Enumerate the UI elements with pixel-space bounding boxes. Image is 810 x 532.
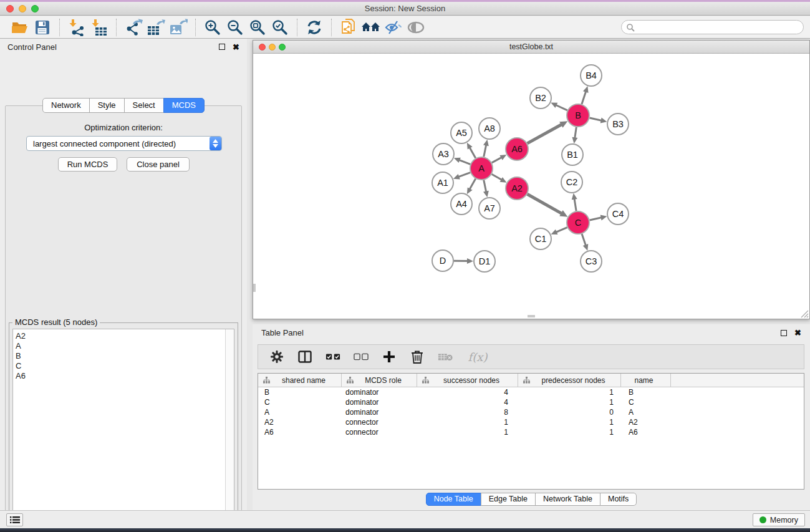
show-column-panel-icon[interactable] xyxy=(297,349,312,365)
graph-edge-A-A3[interactable] xyxy=(458,160,470,164)
window-resize-grip[interactable] xyxy=(801,310,809,318)
close-panel-icon[interactable]: ✖ xyxy=(233,42,239,52)
graph-edge-A-A7[interactable] xyxy=(484,180,486,193)
delete-column-trash-icon[interactable] xyxy=(410,349,425,365)
tab-network-table[interactable]: Network Table xyxy=(535,493,600,506)
table-cell[interactable]: 1 xyxy=(518,427,621,437)
float-panel-icon[interactable] xyxy=(219,44,225,50)
export-table-icon[interactable] xyxy=(145,18,167,37)
graph-node-A-dominator[interactable]: A xyxy=(470,157,493,180)
graph-edge-A-A1[interactable] xyxy=(458,173,470,177)
graph-node-A3-plain[interactable]: A3 xyxy=(433,143,454,165)
graph-edge-B-B1[interactable] xyxy=(575,127,577,138)
show-all-networks-icon[interactable] xyxy=(360,18,382,37)
table-cell[interactable]: B xyxy=(621,387,671,397)
mcds-result-item[interactable]: B xyxy=(16,351,225,361)
graph-node-B1-plain[interactable]: B1 xyxy=(562,144,583,165)
graph-node-A5-plain[interactable]: A5 xyxy=(451,122,472,143)
tab-edge-table[interactable]: Edge Table xyxy=(481,493,536,506)
table-cell[interactable]: dominator xyxy=(342,407,417,417)
zoom-in-icon[interactable] xyxy=(201,18,224,37)
show-panels-list-button[interactable] xyxy=(6,513,23,526)
table-row[interactable]: Adominator80A xyxy=(258,407,804,417)
mcds-result-item[interactable]: A xyxy=(16,341,225,351)
select-all-columns-icon[interactable] xyxy=(325,349,340,365)
graph-node-C3-plain[interactable]: C3 xyxy=(581,251,602,272)
open-session-icon[interactable] xyxy=(9,18,31,37)
table-cell[interactable]: 1 xyxy=(417,427,518,437)
close-table-panel-icon[interactable]: ✖ xyxy=(794,328,801,337)
graph-edge-B-B4[interactable] xyxy=(582,91,586,104)
search-field[interactable] xyxy=(621,20,804,34)
memory-button[interactable]: Memory xyxy=(753,513,805,526)
network-canvas[interactable]: ABCA2A6A1A3A4A5A7A8B1B2B3B4C1C2C3C4DD1 xyxy=(253,54,809,319)
table-cell[interactable]: 1 xyxy=(518,397,621,407)
graph-node-C-dominator[interactable]: C xyxy=(567,211,589,234)
graph-node-B2-plain[interactable]: B2 xyxy=(530,87,551,109)
graph-edge-A6-B[interactable] xyxy=(528,124,562,143)
table-cell[interactable]: 4 xyxy=(417,387,518,397)
table-cell[interactable]: 0 xyxy=(518,407,621,417)
tab-node-table[interactable]: Node Table xyxy=(426,493,481,506)
apply-layout-icon[interactable] xyxy=(303,18,325,37)
canvas-hscroll-thumb[interactable] xyxy=(528,315,535,317)
table-cell[interactable]: dominator xyxy=(342,397,417,407)
close-panel-button[interactable]: Close panel xyxy=(127,157,190,172)
graph-node-A2-connector[interactable]: A2 xyxy=(506,177,528,200)
graph-node-C1-plain[interactable]: C1 xyxy=(530,228,551,249)
graph-node-A1-plain[interactable]: A1 xyxy=(432,172,453,193)
zoom-out-icon[interactable] xyxy=(224,18,246,37)
graph-edge-C-C2[interactable] xyxy=(574,198,576,211)
tab-select[interactable]: Select xyxy=(124,98,164,113)
graph-node-A8-plain[interactable]: A8 xyxy=(479,118,500,139)
graph-edge-A-A4[interactable] xyxy=(470,179,476,190)
mcds-result-item[interactable]: C xyxy=(16,361,225,371)
show-hidden-icon[interactable] xyxy=(405,18,427,37)
graph-node-A6-connector[interactable]: A6 xyxy=(506,138,528,160)
run-mcds-button[interactable]: Run MCDS xyxy=(58,157,117,172)
network-window-titlebar[interactable]: testGlobe.txt xyxy=(253,41,809,54)
graph-edge-A2-C[interactable] xyxy=(528,194,562,214)
float-table-panel-icon[interactable] xyxy=(781,330,787,336)
graph-edge-C-C3[interactable] xyxy=(582,234,586,246)
hide-selected-icon[interactable] xyxy=(382,18,405,37)
table-cell[interactable]: A2 xyxy=(258,417,342,427)
graph-node-C4-plain[interactable]: C4 xyxy=(607,203,629,225)
table-cell[interactable]: A6 xyxy=(258,427,342,437)
graph-node-B-dominator[interactable]: B xyxy=(567,104,589,127)
graph-node-B4-plain[interactable]: B4 xyxy=(581,65,602,86)
graph-edge-A-A8[interactable] xyxy=(484,144,486,157)
create-column-plus-icon[interactable] xyxy=(382,349,397,365)
save-session-icon[interactable] xyxy=(31,18,54,37)
table-cell[interactable]: B xyxy=(258,387,342,397)
table-cell[interactable]: C xyxy=(258,397,342,407)
table-cell[interactable]: A6 xyxy=(621,427,671,437)
table-cell[interactable]: 4 xyxy=(417,397,518,407)
export-network-icon[interactable] xyxy=(122,18,145,37)
table-cell[interactable]: dominator xyxy=(342,387,417,397)
zoom-fit-icon[interactable] xyxy=(246,18,269,37)
graph-edge-C-C4[interactable] xyxy=(590,218,602,220)
zoom-selected-icon[interactable] xyxy=(269,18,291,37)
table-settings-gear-icon[interactable] xyxy=(269,349,284,365)
table-cell[interactable]: connector xyxy=(342,427,417,437)
table-row[interactable]: A6connector11A6 xyxy=(258,427,804,437)
tab-style[interactable]: Style xyxy=(89,98,125,113)
table-row[interactable]: Bdominator41B xyxy=(258,387,804,397)
mcds-result-item[interactable]: A2 xyxy=(16,331,225,341)
column-header-shared-name[interactable]: shared name xyxy=(258,374,342,387)
graph-edge-B-B2[interactable] xyxy=(556,105,567,110)
tab-mcds[interactable]: MCDS xyxy=(163,98,205,113)
tab-network[interactable]: Network xyxy=(42,98,90,113)
import-table-icon[interactable] xyxy=(88,18,110,37)
canvas-vscroll-thumb[interactable] xyxy=(253,284,256,292)
result-scrollbar[interactable] xyxy=(225,329,234,532)
export-image-icon[interactable] xyxy=(167,18,190,37)
graph-node-C2-plain[interactable]: C2 xyxy=(561,172,582,193)
graph-node-D-plain[interactable]: D xyxy=(432,250,453,271)
table-cell[interactable]: 1 xyxy=(417,417,518,427)
table-cell[interactable]: connector xyxy=(342,417,417,427)
search-input[interactable] xyxy=(635,23,799,32)
graph-edge-A-A5[interactable] xyxy=(470,147,476,158)
column-header-predecessor-nodes[interactable]: predecessor nodes xyxy=(518,374,621,387)
